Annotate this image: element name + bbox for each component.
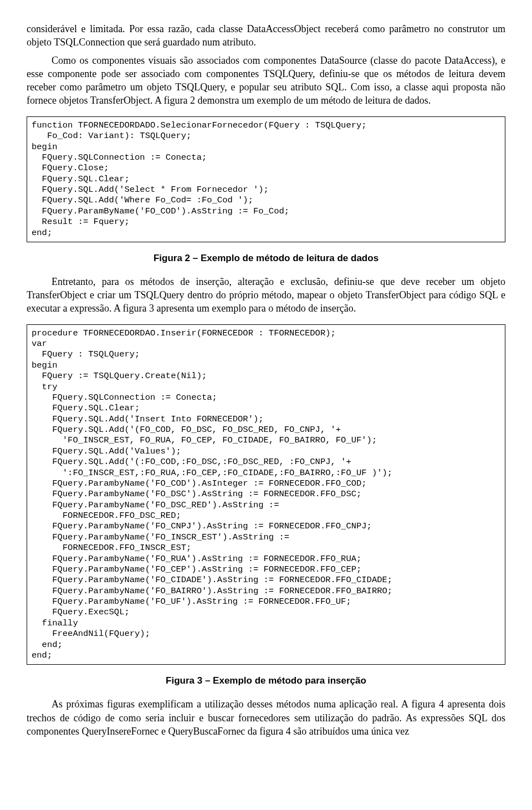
body-paragraph-3: Entretanto, para os métodos de inserção,… [27, 275, 505, 315]
caption-figure-2: Figura 2 – Exemplo de método de leitura … [27, 252, 505, 265]
body-paragraph-2: Como os componentes visuais são associad… [27, 54, 505, 108]
code-block-figure-2: function TFORNECEDORDADO.SelecionarForne… [27, 116, 505, 242]
body-paragraph-1: considerável e limitada. Por essa razão,… [27, 22, 505, 49]
body-paragraph-4: As próximas figuras exemplificam a utili… [27, 697, 505, 738]
code-block-figure-3: procedure TFORNECEDORDAO.Inserir(FORNECE… [27, 324, 505, 665]
caption-figure-3: Figura 3 – Exemplo de método para inserç… [27, 675, 505, 687]
